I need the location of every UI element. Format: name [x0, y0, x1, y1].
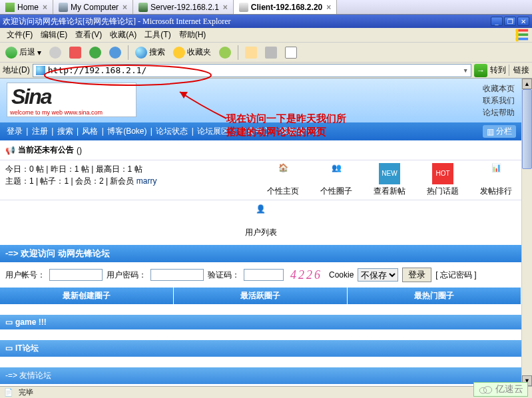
hot-icon: HOT [432, 163, 453, 184]
mail-icon [245, 47, 257, 59]
scrollbar-thumb[interactable] [522, 89, 532, 169]
link-help[interactable]: 论坛帮助 [483, 106, 515, 118]
captcha-input[interactable] [244, 269, 284, 281]
tab-home[interactable]: Home× [0, 0, 53, 14]
status-bar: 📄 完毕 Inter [0, 386, 532, 398]
menu-edit[interactable]: 编辑(E) [37, 28, 71, 42]
print-button[interactable] [262, 45, 280, 60]
forward-button[interactable] [47, 45, 64, 60]
header-links: 收藏本页 联系我们 论坛帮助 [483, 83, 515, 118]
split-column-button[interactable]: ▥分栏 [483, 125, 516, 138]
home-icon [5, 3, 15, 12]
back-button[interactable]: 后退 ▾ [3, 45, 44, 60]
ie-logo-icon [515, 28, 529, 43]
menu-tools[interactable]: 工具(T) [140, 28, 174, 42]
username-input[interactable] [49, 269, 103, 281]
tab-label: Client-192.168.2.20 [251, 3, 322, 12]
stop-icon [69, 47, 81, 59]
tab-mycomputer[interactable]: My Computer× [53, 0, 133, 14]
password-input[interactable] [150, 269, 204, 281]
nav-login[interactable]: 登录 [5, 126, 24, 136]
nav-whatcanido[interactable]: 我能做什么 [278, 126, 321, 136]
link-contact[interactable]: 联系我们 [483, 95, 515, 106]
tab-label: My Computer [71, 3, 119, 12]
go-label: 转到 [490, 65, 506, 76]
status-text: 完毕 [19, 387, 33, 397]
site-logo[interactable]: Sina welcome to my web www.sina.com [7, 83, 136, 117]
history-button[interactable] [216, 45, 234, 60]
close-icon[interactable]: × [123, 3, 127, 12]
stop-button[interactable] [67, 45, 84, 60]
page-icon: 📄 [4, 388, 13, 397]
quick-rank[interactable]: 📊发帖排行 [476, 163, 516, 197]
collapse-icon[interactable]: ▭ [5, 317, 13, 327]
nav-register[interactable]: 注册 [31, 126, 49, 136]
nav-blog[interactable]: 博客(Boke) [106, 126, 148, 136]
menu-help[interactable]: 帮助(H) [175, 28, 210, 42]
userlist-icon: 👤 [250, 204, 272, 226]
menu-view[interactable]: 查看(V) [71, 28, 106, 42]
mail-button[interactable] [242, 45, 260, 60]
close-icon[interactable]: × [43, 3, 47, 12]
address-bar: 地址(D) http://192.168.2.1/ ▾ → 转到 链接 [0, 63, 532, 79]
minimize-button[interactable]: _ [491, 17, 503, 26]
quick-hot[interactable]: HOT热门话题 [423, 163, 463, 197]
quick-circle[interactable]: 👥个性圈子 [316, 163, 356, 197]
collapse-icon[interactable]: ▭ [5, 343, 13, 353]
nav-search[interactable]: 搜索 [56, 126, 75, 136]
restore-button[interactable]: ❐ [504, 17, 516, 26]
window-title-bar: 欢迎访问动网先锋论坛[动网先锋论坛] - Microsoft Internet … [0, 15, 532, 28]
nav-showcase[interactable]: 论坛展区 [196, 126, 230, 136]
password-label: 用户密码： [107, 270, 146, 281]
page-content: Sina welcome to my web www.sina.com 收藏本页… [0, 79, 521, 386]
tab-server[interactable]: Server-192.168.2.1× [133, 0, 234, 14]
announcement-text: 当前还未有公告 [18, 144, 74, 156]
cookie-label: Cookie [329, 270, 354, 280]
scroll-up-icon[interactable]: ▲ [522, 79, 532, 89]
home-button[interactable] [107, 45, 124, 60]
print-icon [265, 47, 277, 59]
col-hot: 最热门圈子 [348, 288, 521, 304]
nav-status[interactable]: 论坛状态 [154, 126, 189, 136]
search-icon [135, 47, 147, 59]
link-favorite[interactable]: 收藏本页 [483, 83, 515, 95]
home-icon [109, 47, 121, 59]
star-icon [173, 47, 185, 59]
user-list-link[interactable]: 👤 用户列表 [0, 200, 521, 245]
window-title: 欢迎访问动网先锋论坛[动网先锋论坛] - Microsoft Internet … [3, 16, 231, 27]
section-friends[interactable]: -=> 友情论坛 [0, 367, 521, 384]
announcement-bar: 📢 当前还未有公告() [0, 140, 521, 160]
new-member-link[interactable]: marry [136, 176, 157, 186]
quick-new[interactable]: NEW查看新帖 [370, 163, 409, 197]
section-it[interactable]: ▭IT论坛 [0, 340, 521, 357]
menu-file[interactable]: 文件(F) [3, 28, 37, 42]
close-button[interactable]: ✕ [517, 17, 529, 26]
close-icon[interactable]: × [223, 3, 228, 12]
refresh-button[interactable] [87, 45, 104, 60]
tab-client[interactable]: Client-192.168.2.20× [234, 0, 337, 14]
page-icon [36, 66, 45, 75]
new-icon: NEW [379, 163, 400, 184]
links-label[interactable]: 链接 [509, 65, 529, 76]
nav-style[interactable]: 风格 [81, 126, 99, 136]
cookie-select[interactable]: 不保存 [358, 268, 398, 282]
menu-favorites[interactable]: 收藏(A) [106, 28, 140, 42]
forgot-password-link[interactable]: [ 忘记密码 ] [435, 270, 476, 281]
vertical-scrollbar[interactable]: ▲ ▼ [521, 79, 532, 386]
welcome-section-header: -=> 欢迎访问 动网先锋论坛 [0, 245, 521, 262]
close-icon[interactable]: × [326, 3, 331, 12]
section-game[interactable]: ▭game !!! [0, 315, 521, 329]
cloud-icon [478, 385, 493, 394]
tab-label: Home [17, 3, 39, 12]
forward-icon [49, 47, 61, 59]
captcha-label: 验证码： [208, 270, 240, 281]
favorites-button[interactable]: 收藏夹 [170, 45, 214, 60]
search-button[interactable]: 搜索 [133, 45, 168, 60]
go-button[interactable]: → [474, 64, 487, 77]
dropdown-icon[interactable]: ▾ [463, 65, 468, 75]
login-button[interactable]: 登录 [402, 268, 431, 282]
address-input[interactable]: http://192.168.2.1/ ▾ [33, 64, 471, 77]
quick-home[interactable]: 🏠个性主页 [263, 163, 303, 197]
edit-button[interactable] [282, 45, 300, 60]
nav-items-center[interactable]: 道具中心 [237, 126, 272, 136]
